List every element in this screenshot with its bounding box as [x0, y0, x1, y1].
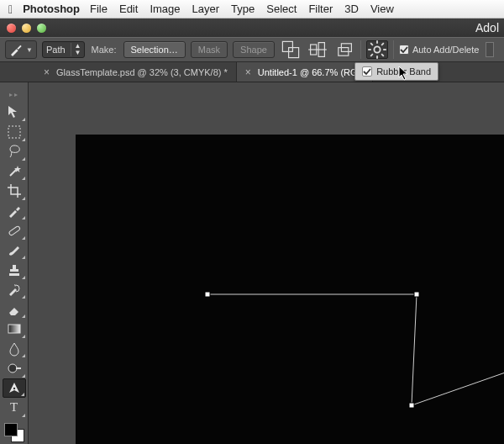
dodge-tool[interactable] [3, 358, 26, 378]
eyedropper-tool[interactable] [3, 201, 26, 220]
marquee-tool[interactable] [3, 122, 26, 141]
droplet-icon [7, 341, 22, 357]
brush-icon [7, 242, 22, 257]
canvas-area [29, 82, 504, 444]
checkmark-icon [400, 45, 408, 54]
move-tool[interactable] [3, 103, 26, 122]
auto-add-delete-option[interactable]: Auto Add/Delete [399, 45, 480, 55]
menu-3d[interactable]: 3D [344, 3, 359, 15]
make-label: Make: [92, 45, 117, 55]
svg-line-25 [412, 370, 504, 405]
document-tab-label: Untitled-1 @ 66.7% (RGB [258, 67, 364, 77]
osx-menubar:  Photoshop File Edit Image Layer Type S… [0, 0, 504, 18]
make-mask-button[interactable]: Mask [191, 41, 228, 58]
menu-image[interactable]: Image [150, 3, 180, 15]
geometry-options-popup[interactable]: Rubber Band [354, 62, 438, 81]
path-arrangement-button[interactable] [333, 40, 355, 59]
checkmark-icon [363, 67, 371, 76]
svg-rect-0 [282, 41, 292, 51]
document-tab-label: GlassTemplate.psd @ 32% (3, CMYK/8) * [56, 67, 228, 77]
option-separator-2 [393, 40, 394, 59]
menu-layer[interactable]: Layer [192, 3, 220, 15]
chevron-down-icon: ▼ [26, 46, 33, 54]
window-zoom-button[interactable] [37, 24, 46, 33]
svg-line-12 [370, 43, 373, 45]
document-tab[interactable]: × GlassTemplate.psd @ 32% (3, CMYK/8) * [35, 62, 237, 82]
svg-rect-16 [8, 126, 20, 138]
menu-select[interactable]: Select [266, 3, 297, 15]
stamp-icon [7, 262, 22, 278]
svg-point-7 [374, 46, 380, 52]
wand-icon [7, 164, 22, 179]
svg-rect-28 [409, 403, 414, 408]
gear-icon [367, 40, 387, 60]
tool-mode-value: Path [46, 45, 66, 55]
svg-line-15 [381, 43, 384, 45]
svg-line-13 [381, 54, 384, 56]
gradient-tool[interactable] [3, 319, 26, 338]
document-tab[interactable]: × Untitled-1 @ 66.7% (RGB [237, 62, 373, 82]
dodge-icon [7, 361, 22, 376]
window-titlebar: Adol [0, 18, 504, 37]
gradient-icon [7, 321, 22, 336]
rubber-band-checkbox[interactable] [362, 66, 372, 77]
eraser-icon [7, 302, 22, 317]
svg-rect-26 [205, 292, 210, 297]
menu-edit[interactable]: Edit [119, 3, 138, 15]
option-separator [360, 40, 361, 59]
svg-rect-1 [288, 48, 298, 58]
svg-rect-18 [8, 225, 20, 235]
document-canvas[interactable] [76, 135, 504, 444]
lasso-icon [7, 144, 22, 159]
close-tab-icon[interactable]: × [245, 66, 251, 78]
make-selection-button[interactable]: Selection… [123, 41, 186, 58]
svg-rect-27 [414, 292, 419, 297]
apple-menu-icon[interactable]:  [8, 3, 13, 16]
app-menu[interactable]: Photoshop [23, 3, 80, 15]
crop-tool[interactable] [3, 181, 26, 200]
menu-type[interactable]: Type [231, 3, 255, 15]
menu-view[interactable]: View [370, 3, 394, 15]
align-edges-toggle[interactable] [486, 42, 494, 57]
path-alignment-button[interactable] [307, 40, 328, 59]
traffic-lights [7, 24, 46, 33]
foreground-color-swatch[interactable] [4, 423, 18, 436]
pen-tool[interactable] [3, 378, 26, 398]
history-brush-icon [7, 282, 22, 297]
eraser-tool[interactable] [3, 299, 26, 319]
brush-tool[interactable] [3, 240, 26, 260]
path-operations-button[interactable] [280, 40, 302, 59]
magic-wand-tool[interactable] [3, 161, 26, 181]
tool-preset-picker[interactable]: ▼ [5, 40, 37, 59]
type-tool[interactable]: T [3, 398, 26, 417]
menu-file[interactable]: File [90, 3, 108, 15]
history-brush-tool[interactable] [3, 280, 26, 299]
color-swatches[interactable] [3, 421, 26, 444]
pen-tool-icon [9, 43, 23, 56]
lasso-tool[interactable] [3, 142, 26, 161]
auto-add-delete-label: Auto Add/Delete [412, 45, 480, 55]
workspace: ▸▸ [0, 82, 504, 444]
menu-filter[interactable]: Filter [308, 3, 333, 15]
svg-point-20 [8, 364, 17, 373]
bandaid-icon [7, 223, 22, 238]
svg-line-14 [370, 54, 373, 56]
svg-line-24 [412, 294, 417, 405]
svg-rect-19 [8, 325, 20, 333]
healing-brush-tool[interactable] [3, 220, 26, 240]
tool-mode-select[interactable]: Path ▲▼ [42, 41, 85, 58]
window-minimize-button[interactable] [22, 24, 31, 33]
chevron-updown-icon: ▲▼ [71, 43, 81, 56]
close-tab-icon[interactable]: × [44, 66, 50, 78]
blur-tool[interactable] [3, 339, 26, 358]
window-close-button[interactable] [7, 24, 16, 33]
palette-grip[interactable]: ▸▸ [2, 91, 27, 99]
arrange-icon [334, 40, 354, 60]
tool-palette: ▸▸ [0, 82, 29, 444]
make-shape-button[interactable]: Shape [233, 41, 275, 58]
geometry-options-button[interactable] [366, 40, 388, 59]
rubber-band-label: Rubber Band [376, 66, 431, 77]
document-tab-strip: × GlassTemplate.psd @ 32% (3, CMYK/8) * … [0, 62, 504, 82]
clone-stamp-tool[interactable] [3, 260, 26, 279]
auto-add-delete-checkbox[interactable] [399, 45, 409, 55]
